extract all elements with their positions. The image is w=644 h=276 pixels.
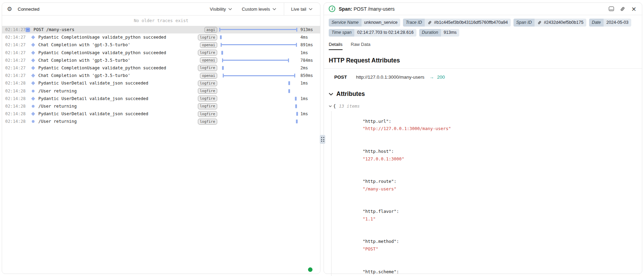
attributes-section-toggle[interactable]: Attributes <box>329 90 642 98</box>
detail-tab[interactable]: Raw Data <box>351 42 371 50</box>
duration-bar <box>221 43 297 47</box>
trace-label: Pydantic CompletionUsage validate_python… <box>35 66 199 70</box>
badge-value: #2432d40ef5b0b175 <box>535 19 586 27</box>
json-entry: "http.url": "http://127.0.0.1:3000/many-… <box>337 110 637 140</box>
span-kind-icon <box>32 120 35 123</box>
live-tail-dropdown[interactable]: Live tail <box>284 3 320 15</box>
scope-tag[interactable]: logfire <box>198 65 217 71</box>
trace-timeline <box>219 49 297 57</box>
trace-row[interactable]: 02:14:27 Pydantic CompletionUsage valida… <box>2 49 320 57</box>
json-open-line: { 13 items <box>329 102 637 110</box>
duration-bar <box>288 89 290 93</box>
json-value: "http://127.0.0.1:3000/many-users" <box>363 126 451 131</box>
badge-value-text: 02:14:27.703 to 02:14:28.616 <box>357 30 413 36</box>
info-circle-icon: i <box>329 6 335 12</box>
scope-tag[interactable]: logfire <box>198 119 217 125</box>
duration-bar <box>220 36 222 39</box>
json-entry: "http.flavor": "1.1" <box>337 200 637 230</box>
trace-icon-wrap <box>23 59 35 62</box>
scope-tag[interactable]: asgi <box>204 27 217 33</box>
open-brace: { <box>333 102 336 110</box>
trace-icon-wrap <box>23 105 35 108</box>
trace-tag-col: logfire <box>199 50 217 56</box>
trace-row[interactable]: 02:14:27 Pydantic CompletionUsage valida… <box>2 33 320 41</box>
dock-panel-icon[interactable] <box>609 7 614 11</box>
trace-time: 02:14:28 <box>2 89 23 93</box>
trace-row[interactable]: 02:14:28 /User returning logfire <box>2 87 320 95</box>
trace-icon-wrap <box>23 67 35 69</box>
trace-tag-col: logfire <box>199 65 217 71</box>
visibility-dropdown[interactable]: Visibility <box>210 7 232 12</box>
trace-row[interactable]: 02:14:28 Pydantic UserDetail validate_js… <box>2 79 320 87</box>
link-icon[interactable] <box>537 20 542 25</box>
scope-tag[interactable]: logfire <box>198 80 217 86</box>
trace-time: 02:14:27 <box>2 66 23 70</box>
http-method: POST <box>334 75 356 80</box>
trace-timeline <box>219 33 297 41</box>
span-kind-label: Span: <box>339 6 352 12</box>
duration-bar <box>288 81 290 85</box>
trace-row[interactable]: 02:14:28 Pydantic UserDetail validate_js… <box>2 95 320 102</box>
trace-row[interactable]: 02:14:28 /User returning logfire <box>2 118 320 125</box>
trace-row[interactable]: 02:14:27 Chat Completion with 'gpt-3.5-t… <box>2 57 320 64</box>
chevron-down-icon <box>272 8 276 10</box>
span-kind-icon <box>26 28 30 32</box>
trace-row[interactable]: 02:14:27 Chat Completion with 'gpt-3.5-t… <box>2 41 320 49</box>
trace-row[interactable]: 02:14:27 Chat Completion with 'gpt-3.5-t… <box>2 72 320 79</box>
span-kind-icon <box>31 74 35 78</box>
scope-tag[interactable]: logfire <box>198 111 217 117</box>
custom-levels-dropdown[interactable]: Custom levels <box>242 7 276 12</box>
trace-label: Chat Completion with 'gpt-3.5-turbo' <box>35 73 199 78</box>
panel-resize-handle[interactable] <box>320 135 325 144</box>
duration-bar <box>296 120 298 124</box>
scope-tag[interactable]: openai <box>200 73 217 79</box>
arrow-right-icon: → <box>429 75 434 80</box>
trace-tag-col: asgi <box>199 27 217 33</box>
badge-value: #b1c445ef3b0b43116df5760ffb470a94 <box>425 19 511 27</box>
close-icon[interactable]: × <box>631 6 636 12</box>
scope-tag[interactable]: logfire <box>198 88 217 94</box>
trace-duration: 1ms <box>297 50 320 55</box>
json-key: "http.scheme": <box>363 269 399 274</box>
custom-levels-label: Custom levels <box>242 7 270 12</box>
trace-time: 02:14:27 <box>2 35 23 40</box>
scope-tag[interactable]: logfire <box>198 103 217 109</box>
attributes-json-viewer: { 13 items "http.url": "http://127.0.0.1… <box>329 102 637 276</box>
chevron-down-icon[interactable] <box>329 105 332 107</box>
detail-tabs: Details Raw Data <box>324 37 642 50</box>
link-icon[interactable] <box>620 6 625 12</box>
trace-time: 02:14:27 <box>2 73 23 78</box>
chevron-down-icon <box>329 93 333 96</box>
json-key: "http.method": <box>363 239 399 244</box>
trace-row[interactable]: 02:14:28 /User returning logfire <box>2 102 320 110</box>
attributes-heading: Attributes <box>336 90 365 98</box>
trace-rows: 02:14:27 POST /many-users asgi 913ms 02:… <box>2 26 320 125</box>
trace-time: 02:14:27 <box>2 27 23 32</box>
trace-icon-wrap <box>23 43 35 46</box>
scope-tag[interactable]: openai <box>200 42 217 48</box>
badge-label: Date <box>589 19 604 27</box>
link-icon[interactable] <box>427 20 432 25</box>
trace-row[interactable]: 02:14:28 Pydantic UserDetail validate_js… <box>2 110 320 118</box>
scope-tag[interactable]: logfire <box>198 96 217 101</box>
json-key: "http.route": <box>363 179 396 184</box>
scope-tag[interactable]: openai <box>200 57 217 63</box>
section-divider <box>324 68 642 69</box>
trace-label: Pydantic UserDetail validate_json succee… <box>35 96 199 101</box>
trace-row[interactable]: 02:14:27 Pydantic CompletionUsage valida… <box>2 64 320 72</box>
badge-label: Service Name <box>329 19 362 27</box>
trace-label: Pydantic UserDetail validate_json succee… <box>35 111 199 116</box>
span-kind-icon <box>31 112 35 116</box>
trace-row[interactable]: 02:14:27 POST /many-users asgi 913ms <box>2 26 320 33</box>
scope-tag[interactable]: logfire <box>198 34 217 40</box>
badge-value-text: 2024-05-03 <box>606 20 628 26</box>
span-detail-header: i Span:POST /many-users × <box>324 3 642 15</box>
detail-tab[interactable]: Details <box>329 42 343 50</box>
json-value: "1.1" <box>363 216 376 221</box>
trace-tag-col: openai <box>199 73 217 79</box>
trace-duration: 1ms <box>297 81 320 86</box>
scope-tag[interactable]: logfire <box>198 50 217 56</box>
gear-icon[interactable]: ⚙ <box>7 6 12 12</box>
duration-bar <box>221 51 223 55</box>
trace-timeline <box>219 26 297 33</box>
